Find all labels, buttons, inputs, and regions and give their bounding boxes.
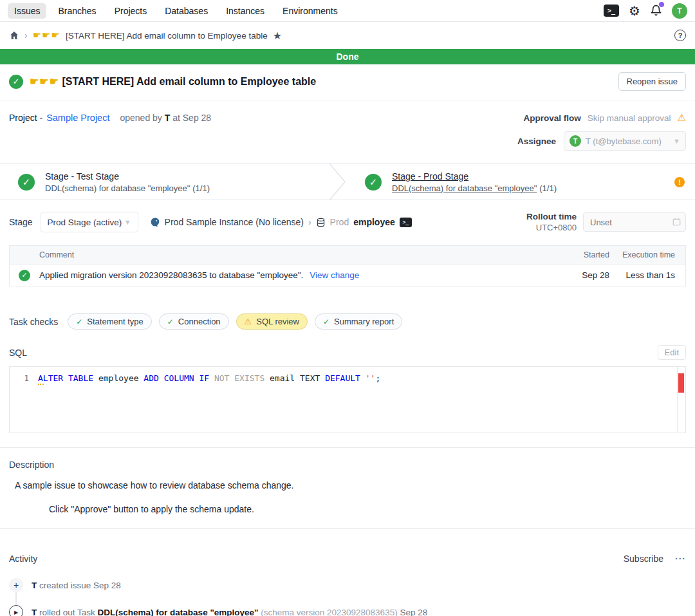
home-icon[interactable]: [9, 30, 19, 41]
sql-token: email TEXT: [264, 373, 320, 383]
column-header-execution-time: Execution time: [609, 250, 675, 259]
stage-alert-icon[interactable]: !: [674, 177, 685, 187]
check-pill-sql-review[interactable]: ⚠ SQL review: [236, 313, 308, 330]
database-path: Prod Sample Instance (No license) › Prod…: [150, 217, 412, 227]
stage-prod-check-icon: ✓: [365, 174, 382, 191]
approval-flow: Approval flow Skip manual approval ⚠: [523, 112, 686, 124]
warning-triangle-icon: ⚠: [245, 317, 252, 326]
sql-label: SQL: [9, 348, 27, 358]
nav-item-branches[interactable]: Branches: [51, 3, 102, 19]
table-header: Comment Started Execution time: [10, 246, 685, 264]
assignee-avatar: T: [570, 135, 581, 147]
activity-item-rollout: ▶ T rolled out Task DDL(schema) for data…: [9, 605, 686, 616]
line-number: 1: [10, 373, 38, 383]
stage-test-task: DDL(schema) for database "employee": [45, 183, 190, 193]
nav-item-instances[interactable]: Instances: [219, 3, 271, 19]
stage-select[interactable]: Prod Stage (active) ▼: [41, 212, 138, 232]
notifications-button[interactable]: [650, 5, 662, 17]
activity-actor: T: [32, 581, 37, 590]
stage-test[interactable]: ✓ Stage - Test Stage DDL(schema) for dat…: [0, 164, 328, 200]
success-check-icon: ✓: [19, 270, 30, 281]
sql-token: '': [360, 373, 375, 383]
stage-toolbar: Stage Prod Stage (active) ▼ Prod Sample …: [0, 200, 695, 232]
reopen-issue-button[interactable]: Reopen issue: [618, 72, 687, 91]
nav-item-databases[interactable]: Databases: [158, 3, 214, 19]
assignee-select[interactable]: T T (t@bytebase.com) ▼: [564, 131, 686, 151]
description-line: A sample issue to showcase how to review…: [15, 480, 686, 490]
column-header-comment: Comment: [39, 250, 568, 259]
check-pill-connection[interactable]: ✓ Connection: [159, 313, 229, 330]
breadcrumb-separator: ›: [24, 30, 28, 41]
database-icon: [316, 218, 326, 227]
open-sql-editor-icon[interactable]: >_: [400, 218, 412, 227]
activity-actor: T: [32, 608, 37, 616]
sql-token: employee: [93, 373, 138, 383]
opened-prefix: opened by: [120, 113, 162, 123]
migration-comment: Applied migration version 20230928083635…: [39, 270, 303, 280]
activity-meta: (schema version 20230928083635): [261, 608, 397, 616]
subscribe-button[interactable]: Subscribe: [624, 554, 663, 564]
check-icon: ✓: [76, 317, 82, 326]
edit-sql-button[interactable]: Edit: [658, 345, 686, 360]
postgres-icon: [150, 217, 160, 227]
nav-right-controls: >_ ⚙ T: [604, 3, 687, 19]
description-label: Description: [9, 460, 54, 470]
calendar-icon: [672, 218, 681, 226]
activity-timeline: + T created issue Sep 28 ▶ T rolled out …: [9, 578, 686, 616]
stage-test-subtitle: DDL(schema) for database "employee"(1/1): [45, 183, 210, 193]
stage-test-count: (1/1): [192, 183, 210, 193]
top-navigation: Issues Branches Projects Databases Insta…: [0, 0, 695, 22]
more-options-icon[interactable]: ···: [675, 554, 686, 564]
activity-label: Activity: [9, 554, 37, 564]
warning-triangle-icon: ⚠: [678, 112, 686, 124]
rollout-time-input[interactable]: [583, 212, 686, 232]
help-icon[interactable]: ?: [674, 30, 686, 41]
stage-prod-subtitle: DDL(schema) for database "employee"(1/1): [392, 183, 557, 193]
stage-test-title: Stage - Test Stage: [45, 171, 210, 182]
check-icon: ✓: [323, 317, 329, 326]
user-avatar[interactable]: T: [672, 3, 687, 19]
row-execution-time: Less than 1s: [609, 270, 675, 280]
project-label: Project -: [9, 113, 42, 123]
breadcrumb-title[interactable]: [START HERE] Add email column to Employe…: [66, 31, 268, 41]
stage-prod-count: (1/1): [539, 183, 557, 193]
approval-flow-value: Skip manual approval: [588, 113, 671, 123]
stage-test-check-icon: ✓: [18, 174, 35, 191]
opened-suffix: at Sep 28: [172, 113, 211, 123]
lint-squiggle-marker: [38, 384, 44, 385]
sql-token: DEFAULT: [320, 373, 360, 383]
instance-name[interactable]: Prod Sample Instance (No license): [165, 217, 304, 227]
sql-editor[interactable]: 1 ALTER TABLE employee ADD COLUMN IF NOT…: [9, 366, 686, 433]
project-link[interactable]: Sample Project: [46, 113, 109, 123]
stage-select-label: Stage: [9, 217, 33, 227]
sql-editor-icon[interactable]: >_: [604, 5, 619, 17]
section-divider: [0, 528, 695, 529]
table-row[interactable]: ✓ Applied migration version 202309280836…: [10, 264, 685, 286]
check-pill-label: Statement type: [87, 317, 143, 326]
row-started: Sep 28: [568, 270, 609, 280]
check-pill-label: Connection: [178, 317, 221, 326]
database-name[interactable]: employee: [353, 217, 395, 227]
check-pill-summary-report[interactable]: ✓ Summary report: [315, 313, 402, 330]
nav-item-projects[interactable]: Projects: [108, 3, 154, 19]
favorite-star-icon[interactable]: ★: [273, 30, 282, 42]
view-change-link[interactable]: View change: [310, 270, 359, 280]
stage-prod[interactable]: ✓ Stage - Prod Stage DDL(schema) for dat…: [347, 164, 674, 200]
nav-item-issues[interactable]: Issues: [8, 3, 46, 19]
stage-prod-title: Stage - Prod Stage: [392, 171, 557, 182]
gear-icon[interactable]: ⚙: [629, 5, 640, 17]
pointer-emojis: ☛☛☛: [30, 76, 59, 87]
plus-icon: +: [9, 578, 23, 592]
nav-item-environments[interactable]: Environments: [276, 3, 344, 19]
check-pill-label: Summary report: [334, 317, 394, 326]
assignee-value: T (t@bytebase.com): [586, 136, 662, 146]
rollout-time: Rollout time UTC+0800: [526, 212, 686, 232]
stage-pipeline: ✓ Stage - Test Stage DDL(schema) for dat…: [0, 163, 695, 200]
check-icon: ✓: [167, 317, 174, 326]
chevron-down-icon: ▼: [124, 218, 131, 226]
opened-by-text: opened by T at Sep 28: [120, 113, 211, 123]
breadcrumb: › ☛☛☛ [START HERE] Add email column to E…: [0, 22, 695, 49]
task-checks-label: Task checks: [9, 317, 58, 327]
check-pill-statement-type[interactable]: ✓ Statement type: [68, 313, 152, 330]
opened-actor: T: [165, 113, 171, 123]
